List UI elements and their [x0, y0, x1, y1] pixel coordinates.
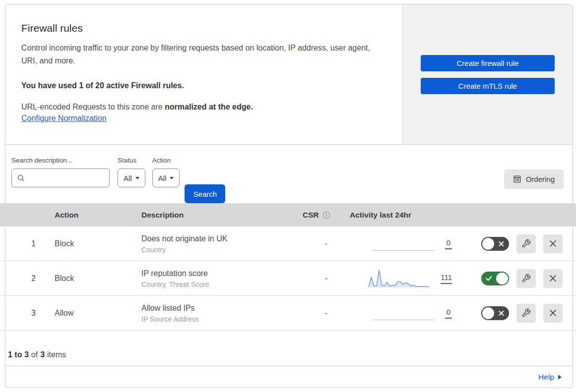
- info-icon[interactable]: [322, 211, 330, 219]
- activity-count-link[interactable]: 0: [445, 308, 452, 319]
- pagination-total: 3: [40, 350, 45, 359]
- rule-priority: 3: [31, 309, 55, 318]
- toggle-knob: [496, 273, 508, 284]
- toggle-knob: [482, 307, 494, 319]
- pagination-summary: 1 to 3 of 3 items: [0, 331, 576, 366]
- edit-rule-button[interactable]: [516, 234, 536, 253]
- action-panel: Create firewall rule Create mTLS rule: [402, 4, 573, 144]
- firewall-rules-page: Firewall rules Control incoming traffic …: [0, 0, 576, 392]
- filter-bar: Search description... Status All Action …: [5, 145, 573, 203]
- search-button[interactable]: Search: [185, 184, 225, 203]
- wrench-icon: [521, 308, 531, 318]
- action-dropdown-value: All: [158, 174, 167, 182]
- status-label: Status: [118, 157, 145, 164]
- activity-sparkline: [373, 234, 434, 254]
- toggle-knob: [482, 238, 494, 250]
- normalization-text: URL-encoded Requests to this zone are: [21, 103, 163, 111]
- rule-description: Does not originate in UK: [141, 233, 303, 245]
- create-mtls-rule-button[interactable]: Create mTLS rule: [421, 78, 555, 94]
- normalization-bold-text: normalized at the edge.: [165, 103, 253, 111]
- column-header-activity: Activity last 24hr: [350, 211, 456, 220]
- ordering-list-icon: [513, 175, 521, 183]
- wrench-icon: [521, 239, 531, 248]
- rule-csr-value: -: [303, 274, 350, 283]
- rule-fields: IP Source Address: [141, 314, 303, 324]
- usage-notice: You have used 1 of 20 active Firewall ru…: [21, 81, 383, 90]
- check-icon: [486, 276, 492, 281]
- configure-normalization-link[interactable]: Configure Normalization: [21, 114, 107, 123]
- column-header-action: Action: [55, 211, 141, 220]
- edit-rule-button[interactable]: [516, 304, 536, 323]
- search-icon: [17, 174, 25, 182]
- cross-icon: [499, 241, 504, 246]
- close-icon: [549, 239, 557, 248]
- rule-csr-value: -: [303, 239, 350, 248]
- rule-fields: Country, Threat Score: [141, 280, 303, 289]
- search-input[interactable]: [29, 174, 105, 182]
- action-dropdown[interactable]: All: [152, 168, 180, 187]
- ordering-button-label: Ordering: [526, 175, 555, 183]
- page-title: Firewall rules: [21, 22, 383, 34]
- rule-action: Block: [55, 239, 141, 248]
- table-row: 1 Block Does not originate in UK Country…: [0, 226, 576, 261]
- hero-section: Firewall rules Control incoming traffic …: [5, 4, 573, 145]
- help-bar: Help: [5, 366, 573, 388]
- create-firewall-rule-button[interactable]: Create firewall rule: [421, 55, 555, 71]
- normalization-notice: URL-encoded Requests to this zone are no…: [21, 100, 383, 113]
- cross-icon: [499, 310, 504, 316]
- action-field: Action All: [152, 157, 180, 187]
- status-dropdown-value: All: [124, 174, 132, 182]
- table-row: 2 Block IP reputation score Country, Thr…: [0, 261, 576, 296]
- activity-count-link[interactable]: 111: [441, 273, 452, 284]
- rule-description: Allow listed IPs: [141, 302, 303, 314]
- hero-content: Firewall rules Control incoming traffic …: [5, 4, 402, 144]
- action-label: Action: [152, 157, 180, 164]
- delete-rule-button[interactable]: [543, 234, 563, 253]
- activity-sparkline: [368, 269, 430, 288]
- close-icon: [549, 309, 557, 317]
- status-dropdown[interactable]: All: [118, 168, 145, 187]
- chevron-right-icon: [558, 375, 562, 380]
- rule-fields: Country: [141, 245, 303, 255]
- search-label: Search description...: [11, 157, 110, 164]
- ordering-button[interactable]: Ordering: [504, 169, 564, 189]
- table-header-row: Action Description CSR Activity last 24h…: [0, 203, 576, 226]
- rule-csr-value: -: [303, 309, 350, 318]
- rule-priority: 2: [31, 274, 55, 283]
- column-header-csr: CSR: [303, 211, 319, 220]
- chevron-down-icon: [135, 177, 139, 179]
- close-icon: [549, 274, 557, 282]
- column-header-description: Description: [141, 211, 303, 220]
- search-field: Search description...: [11, 157, 110, 187]
- chevron-down-icon: [170, 177, 174, 179]
- rule-enable-toggle[interactable]: [481, 272, 509, 285]
- help-link[interactable]: Help: [538, 373, 562, 382]
- search-box[interactable]: [11, 168, 110, 187]
- rule-description: IP reputation score: [141, 268, 303, 280]
- activity-sparkline: [373, 303, 434, 323]
- wrench-icon: [521, 274, 531, 283]
- delete-rule-button[interactable]: [543, 269, 563, 288]
- rule-enable-toggle[interactable]: [481, 306, 509, 320]
- rule-enable-toggle[interactable]: [481, 237, 509, 251]
- page-description: Control incoming traffic to your zone by…: [21, 42, 383, 67]
- rule-action: Allow: [55, 309, 141, 318]
- rule-action: Block: [55, 274, 141, 283]
- table-row: 3 Allow Allow listed IPs IP Source Addre…: [0, 296, 576, 331]
- edit-rule-button[interactable]: [516, 269, 536, 288]
- rule-priority: 1: [31, 239, 55, 248]
- activity-count-link[interactable]: 0: [445, 238, 452, 249]
- delete-rule-button[interactable]: [543, 304, 563, 323]
- pagination-range: 1 to 3: [8, 350, 29, 359]
- rules-table: Action Description CSR Activity last 24h…: [0, 203, 576, 366]
- help-link-label: Help: [538, 373, 554, 382]
- status-field: Status All: [118, 157, 145, 187]
